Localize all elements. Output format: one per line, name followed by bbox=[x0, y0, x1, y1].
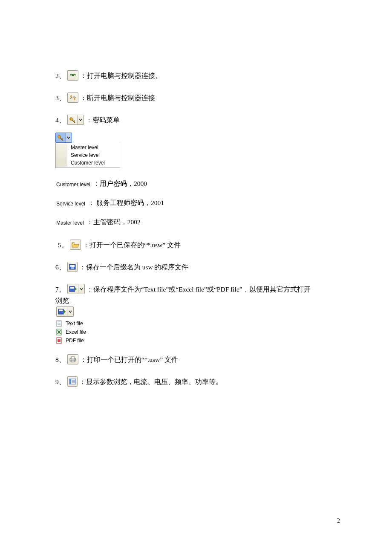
svg-rect-19 bbox=[57, 321, 61, 327]
text-file-icon bbox=[56, 320, 63, 327]
export-menu-head-standalone bbox=[55, 306, 75, 317]
item-6-text: ：保存一个后缀名为 usw 的程序文件 bbox=[79, 263, 189, 272]
svg-point-29 bbox=[75, 359, 75, 360]
password-menu-list: Master level Service level Customer leve… bbox=[55, 143, 120, 168]
item-3-text: ：断开电脑与控制器连接 bbox=[80, 93, 155, 103]
open-file-button[interactable] bbox=[70, 240, 81, 250]
pdf-file-icon bbox=[56, 337, 63, 344]
chevron-down-icon bbox=[69, 309, 72, 315]
svg-rect-28 bbox=[71, 360, 75, 362]
svg-rect-18 bbox=[59, 309, 63, 311]
unlink-icon bbox=[69, 95, 77, 101]
export-text-label: Text file bbox=[66, 321, 83, 327]
master-level-label: Master level bbox=[55, 220, 85, 226]
item-8-number: 8、 bbox=[55, 355, 66, 364]
chevron-down-icon bbox=[80, 286, 83, 292]
password-menu-expanded: Master level Service level Customer leve… bbox=[55, 133, 337, 168]
password-menu-button[interactable] bbox=[67, 115, 84, 125]
item-4: 4、 ：密码菜单 bbox=[55, 115, 337, 125]
item-4-number: 4、 bbox=[55, 116, 66, 125]
master-level-text: ：主管密码，2002 bbox=[86, 218, 141, 227]
item-9-number: 9、 bbox=[55, 377, 66, 387]
export-file-button-2[interactable] bbox=[56, 306, 74, 317]
item-7-number: 7、 bbox=[55, 285, 66, 294]
print-button[interactable] bbox=[67, 354, 78, 364]
key-icon bbox=[57, 135, 64, 141]
svg-rect-27 bbox=[71, 357, 75, 359]
password-menu-head[interactable] bbox=[55, 133, 72, 143]
service-level-text: ： 服务工程师密码，2001 bbox=[88, 199, 164, 208]
item-9-text: ：显示参数浏览，电流、电压、频率、功率等。 bbox=[79, 377, 222, 387]
svg-rect-31 bbox=[69, 379, 71, 384]
item-7-text-a: ：保存程序文件为“Text file”或“Excel file”或“PDF fi… bbox=[86, 285, 311, 294]
item-2-text: ：打开电脑与控制器连接。 bbox=[80, 71, 162, 81]
export-text-file[interactable]: Text file bbox=[55, 319, 337, 328]
item-5-text: ：打开一个已保存的“*.usw” 文件 bbox=[83, 240, 181, 250]
customer-level-label: Customer level bbox=[55, 182, 91, 188]
page-number: 2 bbox=[337, 517, 340, 524]
item-2: 2、 ：打开电脑与控制器连接。 bbox=[55, 70, 337, 81]
chevron-down-icon bbox=[79, 117, 82, 123]
export-pdf-label: PDF file bbox=[66, 338, 84, 344]
service-level-label: Service level bbox=[55, 201, 86, 207]
export-menu-list: Text file Excel file PDF file bbox=[55, 319, 337, 345]
item-5: 5、 ：打开一个已保存的“*.usw” 文件 bbox=[55, 240, 337, 250]
export-file-button[interactable] bbox=[67, 284, 85, 294]
menu-item-customer[interactable]: Customer level bbox=[71, 159, 116, 167]
svg-line-11 bbox=[62, 139, 63, 139]
disconnect-button[interactable] bbox=[67, 92, 78, 103]
export-pdf-file[interactable]: PDF file bbox=[55, 336, 337, 345]
export-icon bbox=[58, 309, 66, 315]
list-view-icon bbox=[69, 379, 76, 384]
item-7-text-b: 浏览 bbox=[55, 297, 337, 306]
menu-item-master[interactable]: Master level bbox=[71, 144, 116, 151]
svg-rect-16 bbox=[70, 287, 74, 289]
export-icon bbox=[69, 286, 77, 292]
svg-rect-13 bbox=[70, 265, 75, 267]
item-2-number: 2、 bbox=[55, 71, 66, 81]
item-4-text: ：密码菜单 bbox=[86, 116, 120, 125]
item-9: 9、 ：显示参数浏览，电流、电压、频率、功率等。 bbox=[55, 376, 337, 387]
svg-line-8 bbox=[74, 121, 75, 121]
item-5-number: 5、 bbox=[58, 240, 68, 250]
item-6-number: 6、 bbox=[55, 263, 66, 272]
open-folder-icon bbox=[72, 242, 79, 248]
item-3: 3、 ：断开电脑与控制器连接 bbox=[55, 92, 337, 103]
svg-rect-25 bbox=[58, 339, 61, 342]
param-view-button[interactable] bbox=[67, 376, 78, 387]
link-icon bbox=[69, 72, 77, 78]
item-8-text: ：打印一个已打开的“*.usw” 文件 bbox=[80, 355, 178, 364]
key-icon bbox=[69, 117, 76, 123]
desc-master: Master level ：主管密码，2002 bbox=[55, 218, 337, 227]
menu-gutter bbox=[56, 144, 67, 167]
connect-button[interactable] bbox=[67, 70, 78, 81]
export-excel-file[interactable]: Excel file bbox=[55, 328, 337, 336]
item-7: 7、 ：保存程序文件为“Text file”或“Excel file”或“PDF… bbox=[55, 284, 337, 294]
save-file-button[interactable] bbox=[67, 262, 78, 272]
desc-service: Service level ： 服务工程师密码，2001 bbox=[55, 199, 337, 208]
excel-file-icon bbox=[56, 329, 63, 335]
save-icon bbox=[69, 264, 76, 270]
item-3-number: 3、 bbox=[55, 93, 66, 103]
item-8: 8、 ：打印一个已打开的“*.usw” 文件 bbox=[55, 354, 337, 364]
desc-customer: Customer level ：用户密码，2000 bbox=[55, 179, 337, 188]
print-icon bbox=[69, 356, 77, 362]
menu-item-service[interactable]: Service level bbox=[71, 151, 116, 159]
svg-rect-14 bbox=[71, 267, 74, 269]
chevron-down-icon bbox=[67, 135, 70, 141]
item-6: 6、 ：保存一个后缀名为 usw 的程序文件 bbox=[55, 262, 337, 272]
export-excel-label: Excel file bbox=[66, 329, 86, 335]
customer-level-text: ：用户密码，2000 bbox=[93, 179, 147, 188]
